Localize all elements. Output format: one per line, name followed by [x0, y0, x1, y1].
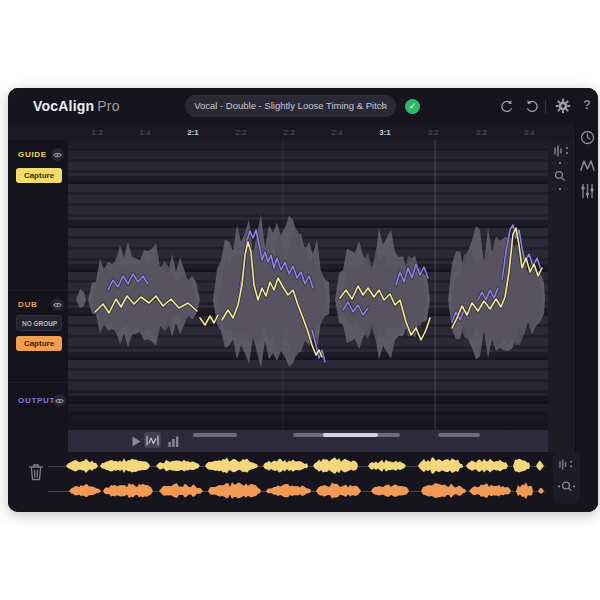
ruler-tick-label: 2:4: [331, 128, 342, 137]
ruler-tick-label: 3:3: [475, 128, 486, 137]
transport-bar: [68, 430, 548, 452]
redo-button[interactable]: [525, 99, 541, 115]
segment-pill[interactable]: [323, 433, 378, 437]
chevron-down-icon: [50, 322, 56, 326]
dub-visibility-eye-icon[interactable]: [51, 298, 64, 311]
timeline-ruler[interactable]: 1:31:42:12:22:32:43:13:23:33:4: [8, 125, 598, 140]
track-sidebar: GUIDE Capture DUB NO GROUP Capture OUTPU…: [8, 140, 68, 430]
ruler-tick-label: 1:4: [139, 128, 150, 137]
overview-panel: [8, 452, 598, 512]
preset-dropdown-value: Vocal - Double - Slightly Loose Timing &…: [194, 100, 387, 111]
undo-button[interactable]: [499, 99, 515, 115]
sidebar-divider: [8, 290, 68, 291]
ruler-tick-label: 2:3: [283, 128, 294, 137]
analysis-check-icon: ✓: [405, 99, 420, 114]
waveform-pitch-display: [68, 140, 548, 430]
ruler-tick-label: 3:1: [379, 128, 391, 137]
overview-waveform-zoom-icon[interactable]: [558, 457, 575, 475]
align-warp-button[interactable]: [144, 432, 161, 448]
app-title-name: VocAlign: [33, 98, 94, 114]
guide-overview-waveform[interactable]: [45, 454, 545, 478]
output-track-label: OUTPUT: [18, 396, 55, 405]
help-button[interactable]: ?: [580, 98, 594, 112]
dub-track-label: DUB: [18, 300, 37, 309]
dub-capture-button[interactable]: Capture: [16, 336, 62, 351]
settings-faders-icon[interactable]: [580, 183, 595, 203]
pitch-curve-tool-icon[interactable]: [580, 158, 595, 176]
guide-track-label: GUIDE: [18, 150, 47, 159]
overview-horizontal-zoom-icon[interactable]: [557, 479, 576, 497]
header-divider: [545, 100, 546, 114]
waveform-editor-canvas[interactable]: [68, 140, 548, 430]
sidebar-divider: [8, 382, 68, 383]
vertical-zoom-magnifier-icon[interactable]: [552, 160, 568, 198]
guide-visibility-eye-icon[interactable]: [51, 148, 64, 161]
trash-icon[interactable]: [28, 463, 44, 485]
desktop-background: VocAlignPro Vocal - Double - Slightly Lo…: [0, 0, 600, 600]
gear-icon[interactable]: [555, 98, 571, 114]
chevron-down-icon: [380, 104, 387, 109]
header-bar: VocAlignPro Vocal - Double - Slightly Lo…: [8, 88, 598, 125]
analysis-bars-button[interactable]: [166, 435, 180, 447]
overview-zoom-panel: [553, 452, 580, 504]
history-clock-icon[interactable]: [580, 130, 595, 149]
guide-capture-button[interactable]: Capture: [16, 168, 62, 183]
ruler-tick-label: 2:1: [187, 128, 199, 137]
play-button[interactable]: [130, 435, 142, 447]
ruler-tick-label: 2:2: [235, 128, 246, 137]
dub-group-select[interactable]: NO GROUP: [16, 315, 62, 331]
ruler-tick-label: 3:2: [427, 128, 438, 137]
vocalign-plugin-window: VocAlignPro Vocal - Double - Slightly Lo…: [8, 88, 598, 512]
app-title: VocAlignPro: [33, 98, 120, 114]
segment-pill[interactable]: [193, 433, 237, 437]
segment-pill[interactable]: [438, 433, 480, 437]
dub-overview-waveform[interactable]: [45, 479, 545, 503]
output-visibility-eye-icon[interactable]: [53, 394, 66, 407]
ruler-tick-label: 1:3: [91, 128, 102, 137]
canvas-zoom-strip: [548, 140, 575, 452]
ruler-tick-label: 3:4: [523, 128, 534, 137]
preset-dropdown[interactable]: Vocal - Double - Slightly Loose Timing &…: [185, 95, 396, 117]
app-title-edition: Pro: [97, 98, 119, 114]
